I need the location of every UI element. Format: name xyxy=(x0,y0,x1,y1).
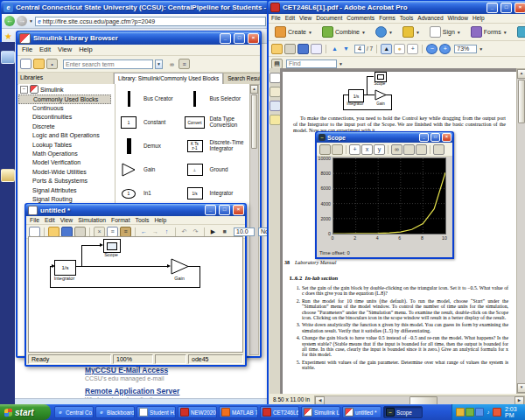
email-icon[interactable] xyxy=(311,44,322,54)
menu-tools[interactable]: Tools xyxy=(136,217,150,223)
stop-icon[interactable]: ■ xyxy=(220,228,229,236)
library-block-ground[interactable]: ⊥Ground xyxy=(184,160,250,179)
menu-edit[interactable]: Edit xyxy=(45,217,55,223)
forward-button[interactable]: → xyxy=(17,16,27,26)
sidebar-item-logic-and-bit-operations[interactable]: Logic and Bit Operations xyxy=(18,131,115,140)
library-block-gain[interactable]: Gain xyxy=(117,160,184,179)
library-block-constant[interactable]: 1Constant xyxy=(117,113,184,132)
forward-arrow-icon[interactable]: → xyxy=(150,228,160,236)
open-folder-icon[interactable] xyxy=(271,44,283,54)
close-button[interactable]: × xyxy=(248,33,259,44)
blocks-scrollbar[interactable]: ▲ xyxy=(249,84,259,355)
library-browser-titlebar[interactable]: Simulink Library Browser _ □ × xyxy=(17,32,261,45)
taskbar-button-untitled[interactable]: untitled * xyxy=(342,406,382,418)
zoom-x-icon[interactable]: x xyxy=(361,144,373,155)
collapse-icon[interactable]: − xyxy=(20,86,28,94)
favorites-star-icon[interactable]: ★ xyxy=(4,32,12,41)
scroll-thumb[interactable] xyxy=(251,94,257,149)
menu-view[interactable]: View xyxy=(60,217,74,223)
save-icon[interactable] xyxy=(298,44,309,54)
document-icon[interactable] xyxy=(1,169,15,182)
zoom-level-field[interactable]: 73% xyxy=(454,45,477,53)
zoom-icon[interactable]: + xyxy=(349,144,360,155)
integrator-block[interactable]: 1/s xyxy=(54,260,76,276)
create-button[interactable]: Create▼ xyxy=(271,24,316,39)
address-bar[interactable]: e http://fire.site.ccsu.edu/page.cfm?p=2… xyxy=(35,17,266,26)
minimize-button[interactable]: _ xyxy=(220,33,231,44)
taskbar-button-scope[interactable]: ~Scope xyxy=(383,406,423,418)
model-canvas[interactable]: Scope 1/s Integrator Gain xyxy=(28,236,243,353)
update-icon[interactable] xyxy=(493,408,501,416)
taskbar-button-central-co[interactable]: eCentral Co... xyxy=(54,406,94,418)
comments-panel-icon[interactable] xyxy=(270,115,281,125)
maximize-button[interactable]: □ xyxy=(219,205,230,215)
scroll-thumb[interactable] xyxy=(518,80,525,123)
new-model-icon[interactable] xyxy=(20,59,32,69)
signatures-panel-icon[interactable] xyxy=(270,101,281,111)
menu-file[interactable]: File xyxy=(30,217,39,223)
sidebar-item-model-wide-utilities[interactable]: Model-Wide Utilities xyxy=(18,168,115,177)
redo-icon[interactable]: ↷ xyxy=(191,228,200,236)
menu-edit[interactable]: Edit xyxy=(39,46,51,53)
pages-panel-icon[interactable] xyxy=(270,73,281,83)
internet-icon-button[interactable]: ▼ xyxy=(372,24,396,39)
taskbar-button-cet246l6[interactable]: CET246L6[... xyxy=(260,406,299,418)
undo-icon[interactable]: ↶ xyxy=(179,228,189,236)
zoom-y-icon[interactable]: y xyxy=(374,144,385,155)
sidebar-item-continuous[interactable]: Continuous xyxy=(18,104,115,113)
sidebar-item-lookup-tables[interactable]: Lookup Tables xyxy=(18,141,115,150)
taskbar-button-new2020[interactable]: NEW2020... xyxy=(178,406,217,418)
library-block-integrator[interactable]: 1/sIntegrator xyxy=(184,184,250,203)
search-dropdown-icon[interactable]: ▼ xyxy=(155,60,163,69)
my-computer-icon[interactable] xyxy=(1,51,15,64)
document-area[interactable]: Scope 1/s Integrator Gain To make the co… xyxy=(280,68,518,394)
paste-icon[interactable]: ≡ xyxy=(120,227,131,237)
scroll-up-icon[interactable]: ▲ xyxy=(250,85,258,94)
next-page-icon[interactable]: ▼ xyxy=(341,45,351,53)
hand-tool-icon[interactable]: ● xyxy=(394,44,405,54)
page-number-input[interactable] xyxy=(354,45,365,53)
taskbar-button-simulink-li[interactable]: Simulink Li... xyxy=(301,406,340,418)
library-block-discrete-time-integrator[interactable]: K Ts z-1Discrete-Time Integrator xyxy=(184,136,250,156)
pin-icon[interactable]: • xyxy=(46,59,58,69)
sidebar-item-commonly-used-blocks[interactable]: Commonly Used Blocks xyxy=(18,94,111,104)
menu-help[interactable]: Help xyxy=(472,15,485,21)
scroll-down-icon[interactable]: ▼ xyxy=(517,383,525,393)
search-icon[interactable]: ∞ xyxy=(167,60,177,68)
volume-icon[interactable]: ♪ xyxy=(485,409,492,416)
menu-advanced[interactable]: Advanced xyxy=(417,15,443,21)
library-block-bus-creator[interactable]: Bus Creator xyxy=(117,89,184,108)
play-icon[interactable]: ▶ xyxy=(208,228,218,236)
sim-time-input[interactable] xyxy=(234,228,255,236)
zoom-in-icon[interactable]: + xyxy=(439,44,451,54)
print-icon[interactable] xyxy=(284,44,296,54)
page-display-icon[interactable]: ▤ xyxy=(271,59,283,69)
sidebar-item-math-operations[interactable]: Math Operations xyxy=(18,150,115,158)
print-icon[interactable] xyxy=(74,227,86,237)
float-icon[interactable] xyxy=(433,144,444,155)
up-arrow-icon[interactable]: ↑ xyxy=(162,228,172,236)
menu-file[interactable]: File xyxy=(271,15,281,21)
menu-document[interactable]: Document xyxy=(316,15,342,21)
menu-edit[interactable]: Edit xyxy=(285,15,295,21)
find-dropdown-icon[interactable]: ▼ xyxy=(339,61,343,66)
scope-block[interactable] xyxy=(103,239,121,253)
secure-icon-button[interactable]: ▼ xyxy=(399,24,424,39)
scroll-up-icon[interactable]: ▲ xyxy=(517,69,525,79)
sidebar-item-model-verification[interactable]: Model Verification xyxy=(18,158,115,167)
save-icon[interactable] xyxy=(61,227,73,237)
menu-comments[interactable]: Comments xyxy=(346,15,374,21)
library-block-demux[interactable]: Demux xyxy=(117,136,184,156)
menu-window[interactable]: Window xyxy=(448,15,468,21)
tab-search-results[interactable]: Search Results: (none) xyxy=(223,73,260,84)
restore-axes-icon[interactable] xyxy=(416,144,427,155)
zoom-out-icon[interactable]: − xyxy=(426,44,438,54)
menu-view[interactable]: View xyxy=(58,46,72,53)
close-button[interactable]: × xyxy=(233,205,244,215)
multimedia-button[interactable]: Multimedia▼ xyxy=(514,24,525,39)
marquee-zoom-icon[interactable]: + xyxy=(407,44,418,54)
back-button[interactable]: ← xyxy=(4,16,15,26)
link-myccsu-e-mail-access[interactable]: MyCCSU E-Mail Access xyxy=(85,366,179,374)
prev-page-icon[interactable]: ▲ xyxy=(330,45,340,53)
parameters-icon[interactable] xyxy=(332,144,343,155)
